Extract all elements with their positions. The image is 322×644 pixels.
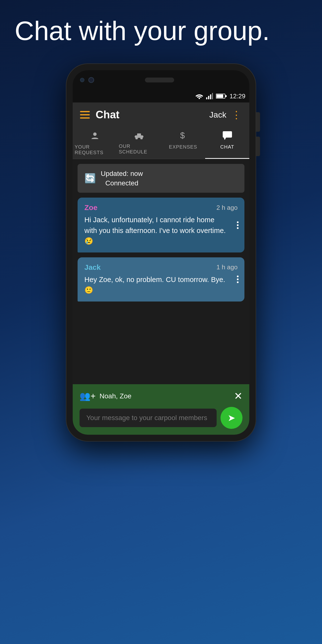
wifi-icon [196, 93, 203, 99]
expenses-icon: $ [180, 131, 186, 142]
sync-icon: 🔄 [84, 173, 96, 184]
header-username: Jack [209, 110, 226, 120]
chat-icon [223, 131, 232, 142]
svg-marker-15 [224, 138, 226, 140]
compose-area: 👥+ Noah, Zoe ✕ ➤ [73, 384, 249, 435]
message-input[interactable] [80, 408, 216, 427]
svg-rect-7 [226, 95, 226, 97]
group-members-display: 👥+ Noah, Zoe [80, 391, 132, 401]
speaker-bar [145, 78, 174, 82]
message-time-jack: 1 h ago [216, 264, 238, 271]
volume-up-button [256, 112, 260, 132]
tab-our-schedule[interactable]: OUR SCHEDULE [117, 127, 161, 159]
tab-schedule-label: OUR SCHEDULE [119, 144, 159, 155]
svg-point-8 [93, 132, 96, 136]
message-text-zoe: Hi Jack, unfortunately, I cannot ride ho… [84, 215, 238, 246]
chat-messages-area: Zoe 2 h ago Hi Jack, unfortunately, I ca… [73, 198, 249, 384]
group-members-names: Noah, Zoe [100, 392, 132, 400]
connection-status-bar: 🔄 Updated: now Connected [78, 164, 244, 193]
tab-chat[interactable]: CHAT [205, 127, 249, 159]
svg-rect-6 [216, 94, 223, 98]
tab-your-requests[interactable]: YOUR REQUESTS [73, 127, 117, 159]
svg-rect-1 [206, 97, 207, 99]
sender-name-zoe: Zoe [84, 204, 97, 212]
navigation-tabs: YOUR REQUESTS OUR SCHEDULE [73, 127, 249, 159]
message-text-jack: Hey Zoe, ok, no problem. CU tomorrow. By… [84, 274, 238, 296]
signal-icon [206, 93, 213, 99]
svg-point-0 [198, 98, 200, 99]
tab-expenses-label: EXPENSES [169, 144, 197, 150]
svg-rect-2 [208, 96, 209, 99]
message-bubble-jack: Jack 1 h ago Hey Zoe, ok, no problem. CU… [78, 257, 244, 302]
camera-dot-small [80, 78, 84, 82]
send-icon: ➤ [228, 412, 236, 423]
camera-dot-large [88, 77, 94, 83]
svg-rect-16 [228, 131, 232, 138]
phone-device: 12:29 Chat Jack ⋮ [66, 64, 256, 442]
message-options-zoe[interactable] [237, 221, 238, 229]
time-display: 12:29 [230, 92, 246, 100]
battery-icon [216, 94, 226, 99]
tab-chat-label: CHAT [220, 144, 234, 150]
volume-down-button [256, 136, 260, 156]
connection-status-text: Updated: now Connected [101, 169, 143, 188]
svg-rect-3 [210, 94, 211, 99]
tab-requests-label: YOUR REQUESTS [75, 144, 115, 156]
requests-icon [90, 131, 99, 142]
camera-area [80, 77, 94, 83]
message-options-jack[interactable] [237, 276, 238, 283]
app-header: Chat Jack ⋮ [73, 102, 249, 127]
phone-top-bar [73, 70, 249, 90]
hamburger-menu-icon[interactable] [80, 111, 90, 118]
message-time-zoe: 2 h ago [216, 204, 238, 212]
svg-text:$: $ [180, 131, 185, 140]
message-bubble-zoe: Zoe 2 h ago Hi Jack, unfortunately, I ca… [78, 198, 244, 252]
phone-screen: Chat Jack ⋮ YOUR REQUESTS [73, 102, 249, 435]
app-title: Chat [96, 108, 209, 121]
tab-expenses[interactable]: $ EXPENSES [161, 127, 205, 159]
svg-rect-12 [137, 134, 141, 136]
schedule-icon [135, 131, 144, 142]
header-more-button[interactable]: ⋮ [231, 109, 242, 121]
hero-title: Chat with your group. [15, 15, 270, 47]
close-compose-button[interactable]: ✕ [234, 390, 242, 402]
sender-name-jack: Jack [84, 263, 101, 272]
send-button[interactable]: ➤ [220, 407, 242, 429]
status-bar: 12:29 [73, 90, 249, 102]
add-members-icon[interactable]: 👥+ [80, 391, 96, 401]
svg-rect-4 [212, 93, 213, 99]
